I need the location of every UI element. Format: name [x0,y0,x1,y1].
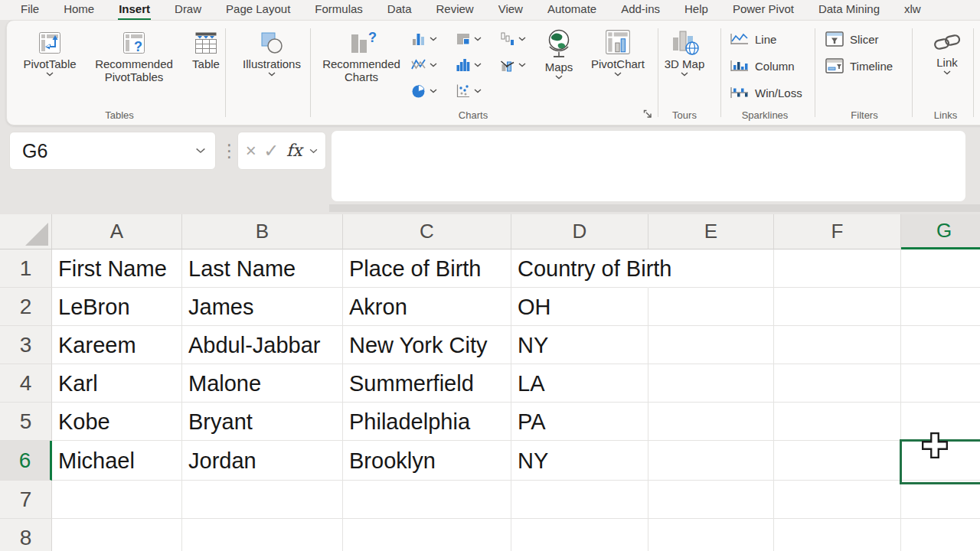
insert-column-chart-button[interactable] [411,30,437,48]
maps-button[interactable]: Maps [537,28,581,80]
menu-tab-formulas[interactable]: Formulas [314,0,364,18]
cell-G3[interactable] [901,326,980,364]
cell-F5[interactable] [774,403,901,441]
pivottable-button[interactable]: PivotTable [16,30,83,77]
select-all-corner[interactable] [0,214,52,249]
sparkline-column-button[interactable]: Column [730,57,795,75]
cell-A8[interactable] [52,519,182,551]
row-header-1[interactable]: 1 [0,249,52,288]
cell-E3[interactable] [648,326,774,364]
cell-F8[interactable] [774,519,901,551]
name-box[interactable]: G6 [9,132,216,170]
cell-D5[interactable]: PA [511,403,648,441]
menu-tab-data[interactable]: Data [387,0,413,18]
cell-C7[interactable] [343,481,511,519]
illustrations-button[interactable]: Illustrations [235,30,309,77]
cell-A3[interactable]: Kareem [52,326,182,364]
column-header-F[interactable]: F [774,214,901,249]
insert-combo-chart-button[interactable] [500,56,526,74]
cell-B4[interactable]: Malone [182,364,343,403]
column-header-C[interactable]: C [343,214,511,249]
link-button[interactable]: Link [920,30,975,75]
row-header-5[interactable]: 5 [0,403,52,441]
cell-A6[interactable]: Michael [52,441,182,481]
cell-D2[interactable]: OH [511,288,648,326]
cell-F6[interactable] [774,441,901,481]
cell-C2[interactable]: Akron [343,288,511,326]
row-header-3[interactable]: 3 [0,326,52,364]
cell-G8[interactable] [901,519,980,551]
cell-F1[interactable] [774,249,901,288]
formula-bar-input[interactable] [331,130,966,202]
cell-F3[interactable] [774,326,901,364]
cell-B7[interactable] [182,481,343,519]
cell-B5[interactable]: Bryant [182,403,343,441]
row-header-6[interactable]: 6 [0,441,52,481]
cell-G2[interactable] [901,288,980,326]
insert-statistic-chart-button[interactable] [456,56,482,74]
cell-D7[interactable] [511,481,648,519]
charts-dialog-launcher-icon[interactable] [642,109,653,119]
insert-hierarchy-chart-button[interactable] [456,30,482,48]
slicer-button[interactable]: Slicer [825,30,879,48]
table-button[interactable]: Table [185,30,227,70]
cell-F2[interactable] [774,288,901,326]
cell-E7[interactable] [648,481,774,519]
cell-C8[interactable] [343,519,511,551]
cell-B8[interactable] [182,519,343,551]
cell-E1[interactable] [648,249,774,288]
formula-bar-resize-strip[interactable] [329,204,980,212]
menu-tab-view[interactable]: View [498,0,524,18]
cell-D4[interactable]: LA [511,364,648,403]
menu-tab-home[interactable]: Home [63,0,95,18]
cell-F4[interactable] [774,364,901,403]
cell-B2[interactable]: James [182,288,343,326]
row-header-2[interactable]: 2 [0,288,52,326]
row-header-8[interactable]: 8 [0,519,52,551]
insert-line-chart-button[interactable] [411,56,437,74]
cell-B3[interactable]: Abdul-Jabbar [182,326,343,364]
cell-C1[interactable]: Place of Birth [343,249,511,288]
cell-C3[interactable]: New York City [343,326,511,364]
cell-C6[interactable]: Brooklyn [343,441,511,481]
3d-map-button[interactable]: 3D Map [662,28,707,77]
cell-A2[interactable]: LeBron [52,288,182,326]
menu-tab-add-ins[interactable]: Add-ins [620,0,661,18]
insert-pie-chart-button[interactable] [411,82,437,100]
menu-tab-file[interactable]: File [20,0,40,18]
menu-tab-insert[interactable]: Insert [118,0,151,20]
cell-D8[interactable] [511,519,648,551]
cell-C4[interactable]: Summerfield [343,364,511,403]
menu-tab-power-pivot[interactable]: Power Pivot [732,0,795,18]
column-header-A[interactable]: A [52,214,182,249]
cell-E4[interactable] [648,364,774,403]
cell-A1[interactable]: First Name [52,249,182,288]
insert-waterfall-chart-button[interactable] [500,30,526,48]
fx-chevron-icon[interactable] [309,148,318,154]
cell-E6[interactable] [648,441,774,481]
cell-G1[interactable] [901,249,980,288]
cell-A4[interactable]: Karl [52,364,182,403]
menu-tab-automate[interactable]: Automate [547,0,597,18]
name-box-chevron-icon[interactable] [195,148,206,154]
cell-E5[interactable] [648,403,774,441]
cell-D1[interactable]: Country of Birth [511,249,648,288]
menu-tab-help[interactable]: Help [684,0,709,18]
cell-D3[interactable]: NY [511,326,648,364]
cell-E2[interactable] [648,288,774,326]
cell-G7[interactable] [901,481,980,519]
cancel-icon[interactable]: × [246,142,256,160]
pivotchart-button[interactable]: PivotChart [583,28,653,77]
timeline-button[interactable]: Timeline [825,57,893,75]
recommended-charts-button[interactable]: ? Recommended Charts [316,30,407,83]
row-header-4[interactable]: 4 [0,364,52,403]
menu-tab-review[interactable]: Review [436,0,475,18]
cell-F7[interactable] [774,481,901,519]
insert-scatter-chart-button[interactable] [456,82,482,100]
cell-A7[interactable] [52,481,182,519]
column-header-E[interactable]: E [648,214,774,249]
insert-function-button[interactable]: fx [286,142,302,159]
enter-check-icon[interactable]: ✓ [263,142,279,160]
row-header-7[interactable]: 7 [0,481,52,519]
column-header-D[interactable]: D [511,214,648,249]
